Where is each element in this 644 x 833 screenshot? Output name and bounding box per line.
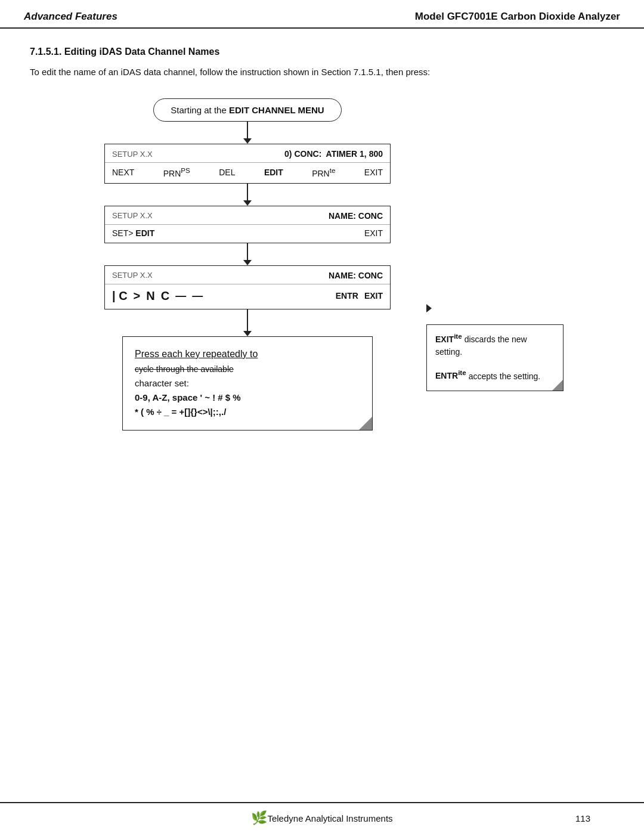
box-1-top: SETUP X.X 0) CONC: ATIMER 1, 800 [105, 144, 390, 163]
char-c2: C [161, 289, 169, 303]
press-line3: character set: [135, 376, 360, 391]
press-line2: cycle through the available [135, 363, 360, 376]
arrow-line-4 [247, 309, 248, 331]
box-3-top: SETUP X.X NAME: CONC [105, 266, 390, 284]
box3-entr: ENTR [336, 291, 358, 301]
char-c1: | C [112, 289, 128, 303]
box1-prnte: PRNte [312, 166, 335, 178]
press-title: Press each key repeatedly to [135, 346, 360, 362]
charset-line1: 0‑9, A‑Z, space ' ~ ! # $ % [135, 391, 360, 405]
arrow-line-3 [247, 243, 248, 260]
flowchart-main: Starting at the EDIT CHANNEL MENU SETUP … [75, 98, 420, 431]
arrow-head-2 [243, 200, 252, 206]
box1-exit: EXIT [364, 168, 383, 177]
callout1-bold: EXITite [435, 335, 462, 344]
footer-page-number: 113 [575, 813, 590, 823]
section-number: 7.1.5.1. [30, 47, 61, 57]
char-dash1: — [175, 290, 186, 302]
start-node: Starting at the EDIT CHANNEL MENU [153, 98, 341, 122]
box-3-bottom: | C > N C — — ENTR EXIT [105, 284, 390, 309]
flowchart: Starting at the EDIT CHANNEL MENU SETUP … [66, 98, 578, 431]
arrow-line-2 [247, 184, 248, 200]
box-1: SETUP X.X 0) CONC: ATIMER 1, 800 NEXT PR… [104, 144, 391, 184]
footer-inner: 🌿 Teledyne Analytical Instruments 113 [24, 810, 620, 826]
arrow-right-head [426, 304, 432, 312]
box1-title: 0) CONC: ATIMER 1, 800 [284, 149, 383, 159]
flowchart-side: EXITite discards the new setting. ENTRit… [426, 304, 569, 391]
arrow-4 [243, 309, 252, 336]
box2-setup: SETUP X.X [112, 211, 153, 220]
arrow-head-4 [243, 331, 252, 336]
footer-logo-icon: 🌿 [251, 810, 267, 826]
box-2-bottom: SET> EDIT EXIT [105, 225, 390, 243]
box1-next: NEXT [112, 168, 134, 177]
box1-edit: EDIT [264, 168, 283, 177]
header-right: Model GFC7001E Carbon Dioxide Analyzer [415, 11, 620, 23]
arrow-head-1 [243, 138, 252, 144]
arrow-2 [243, 184, 252, 206]
arrow-line-1 [247, 122, 248, 138]
arrow-3 [243, 243, 252, 265]
page-content: 7.1.5.1. Editing iDAS Data Channel Names… [0, 29, 644, 802]
callout-exit: EXITite discards the new setting. ENTRit… [426, 324, 564, 391]
callout2-content: ENTRite accepts the setting. [435, 368, 555, 383]
box2-title: NAME: CONC [329, 211, 383, 221]
header-left: Advanced Features [24, 11, 117, 23]
box-2: SETUP X.X NAME: CONC SET> EDIT EXIT [104, 206, 391, 243]
callout2-text: accepts the setting. [469, 371, 541, 380]
start-label: Starting at the [171, 105, 226, 115]
callout2-bold: ENTRite [435, 371, 466, 380]
footer-text: Teledyne Analytical Instruments [267, 813, 392, 823]
start-bold: EDIT CHANNEL MENU [229, 105, 324, 115]
char-n: N [146, 289, 154, 303]
section-title: Editing iDAS Data Channel Names [64, 47, 220, 57]
char-gt: > [134, 289, 141, 303]
arrow-head-3 [243, 260, 252, 265]
box1-setup: SETUP X.X [112, 150, 153, 159]
box1-del: DEL [219, 168, 235, 177]
side-connector [426, 304, 432, 312]
box3-exit: EXIT [364, 291, 383, 301]
box-1-bottom: NEXT PRNPS DEL EDIT PRNte EXIT [105, 163, 390, 183]
charset-line2: * ( % ÷ _ = +[]{}<>\|;:,./ [135, 405, 360, 419]
box3-setup: SETUP X.X [112, 271, 153, 280]
box-3: SETUP X.X NAME: CONC | C > N C — — ENTR … [104, 265, 391, 309]
box3-title: NAME: CONC [329, 271, 383, 280]
press-box: Press each key repeatedly to cycle throu… [122, 336, 373, 431]
page-footer: 🌿 Teledyne Analytical Instruments 113 [0, 802, 644, 833]
box1-prnps: PRNPS [163, 166, 190, 178]
section-heading: 7.1.5.1. Editing iDAS Data Channel Names [30, 47, 614, 57]
box-2-top: SETUP X.X NAME: CONC [105, 206, 390, 225]
page-header: Advanced Features Model GFC7001E Carbon … [0, 0, 644, 29]
box2-set-edit: SET> EDIT [112, 228, 154, 238]
arrow-1 [243, 122, 252, 144]
box2-exit: EXIT [364, 228, 383, 238]
char-dash2: — [192, 290, 203, 302]
intro-text: To edit the name of an iDAS data channel… [30, 67, 614, 77]
